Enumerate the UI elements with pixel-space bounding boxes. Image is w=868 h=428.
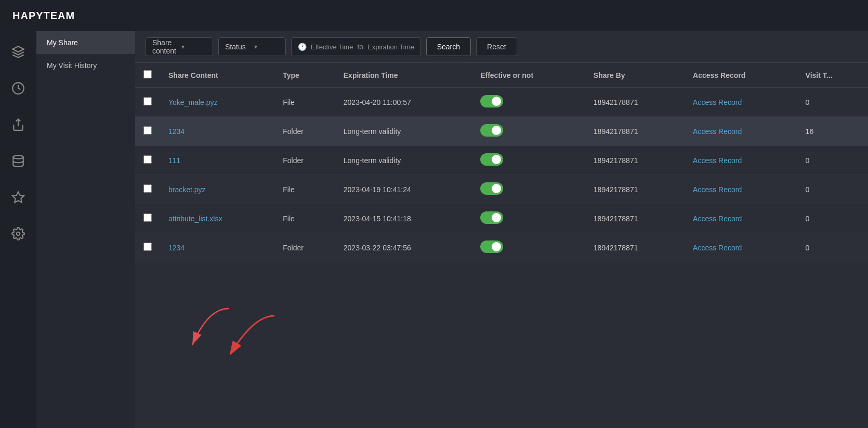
effective-cell-4 bbox=[472, 204, 585, 233]
to-separator: to bbox=[357, 43, 363, 51]
visit-time-cell-4: 0 bbox=[797, 204, 868, 233]
share-by-cell-3: 18942178871 bbox=[585, 175, 685, 204]
svg-point-5 bbox=[17, 232, 20, 236]
row-checkbox-2[interactable] bbox=[143, 155, 152, 164]
row-checkbox-5[interactable] bbox=[143, 243, 152, 251]
expiration-time-cell-2: Long-term validity bbox=[335, 146, 472, 175]
star-icon[interactable] bbox=[8, 187, 29, 208]
content-area: Share content ▾ Status ▾ 🕐 Effective Tim… bbox=[135, 31, 868, 428]
table-body: Yoke_male.pyzFile2023-04-20 11:00:571894… bbox=[135, 88, 868, 262]
share-content-link-3[interactable]: bracket.pyz bbox=[168, 185, 206, 194]
toggle-switch-4[interactable] bbox=[480, 211, 503, 224]
effective-cell-2 bbox=[472, 146, 585, 175]
expiration-time-placeholder: Expiration Time bbox=[367, 43, 414, 51]
share-content-link-4[interactable]: attribute_list.xlsx bbox=[168, 215, 222, 223]
status-dropdown[interactable]: Status ▾ bbox=[218, 37, 286, 56]
share-icon[interactable] bbox=[8, 114, 29, 135]
visit-time-cell-3: 0 bbox=[797, 175, 868, 204]
share-by-cell-1: 18942178871 bbox=[585, 117, 685, 146]
type-cell-2: Folder bbox=[274, 146, 335, 175]
main-layout: My Share My Visit History Share content … bbox=[0, 31, 868, 428]
type-cell-3: File bbox=[274, 175, 335, 204]
visit-time-cell-5: 0 bbox=[797, 233, 868, 262]
table-row: 1234FolderLong-term validity18942178871A… bbox=[135, 117, 868, 146]
nav-item-my-visit-history[interactable]: My Visit History bbox=[36, 54, 135, 77]
share-by-cell-4: 18942178871 bbox=[585, 204, 685, 233]
clock-icon[interactable] bbox=[8, 78, 29, 99]
table-row: attribute_list.xlsxFile2023-04-15 10:41:… bbox=[135, 204, 868, 233]
effective-cell-5 bbox=[472, 233, 585, 262]
visit-time-cell-0: 0 bbox=[797, 88, 868, 117]
time-range-picker[interactable]: 🕐 Effective Time to Expiration Time bbox=[291, 37, 421, 56]
red-arrow-annotation bbox=[177, 303, 244, 350]
access-record-link-4[interactable]: Access Record bbox=[693, 215, 742, 223]
share-content-link-2[interactable]: 111 bbox=[168, 156, 180, 165]
access-record-link-2[interactable]: Access Record bbox=[693, 156, 742, 165]
effective-time-placeholder: Effective Time bbox=[311, 43, 353, 51]
share-content-link-5[interactable]: 1234 bbox=[168, 244, 185, 252]
expiration-time-cell-5: 2023-03-22 03:47:56 bbox=[335, 233, 472, 262]
access-record-link-0[interactable]: Access Record bbox=[693, 98, 742, 106]
header-effective-or-not: Effective or not bbox=[472, 63, 585, 88]
share-content-link-1[interactable]: 1234 bbox=[168, 127, 185, 136]
layers-icon[interactable] bbox=[8, 42, 29, 62]
share-table: Share Content Type Expiration Time Effec… bbox=[135, 63, 868, 262]
table-row: 111FolderLong-term validity18942178871Ac… bbox=[135, 146, 868, 175]
header-share-by: Share By bbox=[585, 63, 685, 88]
effective-cell-3 bbox=[472, 175, 585, 204]
top-header: HAPYTEAM bbox=[0, 0, 868, 31]
table-header-row: Share Content Type Expiration Time Effec… bbox=[135, 63, 868, 88]
nav-item-my-share[interactable]: My Share bbox=[36, 31, 135, 54]
expiration-time-cell-0: 2023-04-20 11:00:57 bbox=[335, 88, 472, 117]
header-checkbox-cell bbox=[135, 63, 160, 88]
svg-point-3 bbox=[13, 155, 23, 159]
settings-icon[interactable] bbox=[8, 223, 29, 244]
header-access-record: Access Record bbox=[685, 63, 797, 88]
expiration-time-cell-1: Long-term validity bbox=[335, 117, 472, 146]
header-type: Type bbox=[274, 63, 335, 88]
row-checkbox-1[interactable] bbox=[143, 126, 152, 135]
share-content-label: Share content bbox=[152, 38, 177, 55]
toggle-switch-3[interactable] bbox=[480, 182, 503, 195]
table-row: 1234Folder2023-03-22 03:47:5618942178871… bbox=[135, 233, 868, 262]
filter-bar: Share content ▾ Status ▾ 🕐 Effective Tim… bbox=[135, 31, 868, 63]
type-cell-5: Folder bbox=[274, 233, 335, 262]
app-title: HAPYTEAM bbox=[12, 10, 75, 22]
expiration-time-cell-4: 2023-04-15 10:41:18 bbox=[335, 204, 472, 233]
header-expiration-time: Expiration Time bbox=[335, 63, 472, 88]
toggle-switch-2[interactable] bbox=[480, 153, 503, 166]
toggle-switch-0[interactable] bbox=[480, 95, 503, 108]
status-arrow-icon: ▾ bbox=[254, 43, 279, 50]
table-row: Yoke_male.pyzFile2023-04-20 11:00:571894… bbox=[135, 88, 868, 117]
share-by-cell-5: 18942178871 bbox=[585, 233, 685, 262]
share-content-arrow-icon: ▾ bbox=[181, 43, 206, 50]
share-by-cell-0: 18942178871 bbox=[585, 88, 685, 117]
toggle-switch-5[interactable] bbox=[480, 240, 503, 253]
clock-small-icon: 🕐 bbox=[298, 43, 307, 51]
search-button[interactable]: Search bbox=[426, 37, 471, 56]
table-row: bracket.pyzFile2023-04-19 10:41:24189421… bbox=[135, 175, 868, 204]
share-content-dropdown[interactable]: Share content ▾ bbox=[146, 37, 213, 56]
row-checkbox-3[interactable] bbox=[143, 184, 152, 193]
svg-marker-0 bbox=[12, 46, 24, 52]
header-share-content: Share Content bbox=[160, 63, 274, 88]
access-record-link-5[interactable]: Access Record bbox=[693, 244, 742, 252]
effective-cell-1 bbox=[472, 117, 585, 146]
row-checkbox-0[interactable] bbox=[143, 97, 152, 105]
sidebar-icons bbox=[0, 31, 36, 428]
database-icon[interactable] bbox=[8, 151, 29, 171]
access-record-link-1[interactable]: Access Record bbox=[693, 127, 742, 136]
table-wrap: Share Content Type Expiration Time Effec… bbox=[135, 63, 868, 428]
access-record-link-3[interactable]: Access Record bbox=[693, 185, 742, 194]
type-cell-1: Folder bbox=[274, 117, 335, 146]
svg-marker-4 bbox=[12, 192, 24, 203]
header-visit-time: Visit T... bbox=[797, 63, 868, 88]
toggle-switch-1[interactable] bbox=[480, 124, 503, 137]
share-content-link-0[interactable]: Yoke_male.pyz bbox=[168, 98, 217, 106]
left-nav: My Share My Visit History bbox=[36, 31, 135, 428]
row-checkbox-4[interactable] bbox=[143, 213, 152, 222]
select-all-checkbox[interactable] bbox=[143, 70, 152, 78]
reset-button[interactable]: Reset bbox=[476, 37, 517, 56]
share-by-cell-2: 18942178871 bbox=[585, 146, 685, 175]
type-cell-4: File bbox=[274, 204, 335, 233]
